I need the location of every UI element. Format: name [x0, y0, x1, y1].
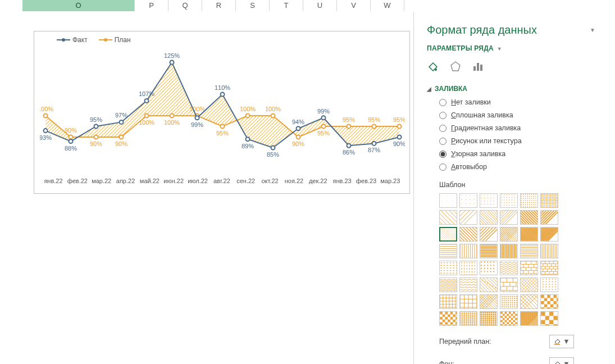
pattern-swatch[interactable]: [439, 261, 457, 275]
pattern-swatch[interactable]: [500, 244, 518, 258]
pattern-swatch[interactable]: [540, 261, 558, 275]
pattern-swatch[interactable]: [459, 210, 477, 225]
foreground-color-button[interactable]: ▼: [549, 335, 574, 348]
pattern-swatch[interactable]: [480, 261, 498, 275]
column-header-W[interactable]: W: [371, 0, 404, 11]
pattern-swatch[interactable]: [459, 311, 477, 326]
pattern-swatch[interactable]: [439, 227, 457, 242]
pattern-swatch[interactable]: [480, 227, 498, 242]
background-color-button[interactable]: ▼: [549, 357, 574, 364]
radio-auto-fill[interactable]: Автовыбор: [439, 163, 595, 171]
pattern-swatch[interactable]: [439, 210, 457, 225]
fill-section-header[interactable]: ◢ ЗАЛИВКА: [427, 85, 595, 93]
chart-object[interactable]: Факт План 100%90%90%90%100%100%100%95%10…: [34, 31, 410, 194]
column-header-V[interactable]: V: [337, 0, 371, 11]
svg-point-166: [533, 200, 534, 201]
pattern-swatch[interactable]: [480, 244, 498, 258]
series-options-icon[interactable]: [472, 60, 484, 72]
svg-rect-897: [455, 322, 457, 325]
svg-point-270: [543, 204, 544, 206]
svg-point-204: [543, 195, 544, 197]
legend-item-plan[interactable]: План: [99, 36, 131, 44]
svg-rect-943: [485, 318, 486, 320]
radio-no-fill[interactable]: Нет заливки: [439, 98, 595, 106]
pane-menu-dropdown-icon[interactable]: ▼: [590, 27, 595, 33]
pattern-swatch[interactable]: [520, 227, 538, 242]
pattern-swatch[interactable]: [459, 294, 477, 309]
svg-line-439: [500, 228, 514, 241]
pattern-swatch[interactable]: [439, 193, 457, 208]
pattern-swatch[interactable]: [439, 294, 457, 309]
effects-icon[interactable]: [449, 60, 462, 72]
legend-item-fact[interactable]: Факт: [57, 36, 88, 44]
pattern-swatch[interactable]: [480, 294, 498, 309]
pattern-swatch[interactable]: [459, 227, 477, 242]
pattern-swatch[interactable]: [500, 277, 518, 292]
column-header-S[interactable]: S: [236, 0, 270, 11]
pattern-swatch[interactable]: [459, 277, 477, 292]
pattern-swatch[interactable]: [480, 311, 498, 326]
svg-rect-841: [510, 306, 511, 307]
svg-point-279: [557, 204, 558, 206]
column-header-T[interactable]: T: [270, 0, 303, 11]
series-options-dropdown[interactable]: ПАРАМЕТРЫ РЯДА ▼: [427, 44, 595, 52]
pattern-swatch[interactable]: [439, 244, 457, 258]
pattern-swatch[interactable]: [540, 311, 558, 326]
svg-point-211: [553, 195, 554, 197]
svg-point-191: [535, 206, 536, 207]
pattern-swatch[interactable]: [480, 210, 498, 225]
pattern-swatch[interactable]: [540, 227, 558, 242]
svg-point-165: [531, 200, 532, 201]
fill-line-icon[interactable]: [427, 60, 439, 72]
pattern-swatch[interactable]: [459, 193, 477, 208]
pattern-swatch[interactable]: [520, 210, 538, 225]
column-header-P[interactable]: P: [135, 0, 168, 11]
pattern-swatch[interactable]: [500, 261, 518, 275]
svg-rect-939: [493, 316, 494, 317]
svg-point-255: [553, 202, 554, 203]
pattern-swatch[interactable]: [439, 277, 457, 292]
svg-rect-802: [512, 296, 513, 297]
column-header-R[interactable]: R: [202, 0, 236, 11]
pattern-swatch[interactable]: [520, 277, 538, 292]
chart-plot[interactable]: 100%90%90%90%100%100%100%95%100%100%90%9…: [40, 46, 405, 175]
radio-pattern-fill[interactable]: Узорная заливка: [439, 150, 595, 158]
radio-picture-fill[interactable]: Рисунок или текстура: [439, 137, 595, 145]
pattern-swatch[interactable]: [540, 294, 558, 309]
svg-marker-61: [451, 62, 460, 71]
pattern-swatch[interactable]: [500, 227, 518, 242]
pattern-swatch[interactable]: [500, 311, 518, 326]
svg-point-738: [555, 284, 556, 285]
svg-point-229: [547, 198, 548, 199]
column-header-U[interactable]: U: [303, 0, 337, 11]
svg-point-32: [69, 139, 73, 143]
pattern-swatch[interactable]: [459, 261, 477, 275]
pattern-swatch[interactable]: [540, 244, 558, 258]
pattern-swatch[interactable]: [540, 277, 558, 292]
svg-point-146: [525, 196, 526, 197]
pattern-swatch[interactable]: [480, 277, 498, 292]
svg-rect-999: [509, 324, 511, 325]
radio-solid-fill[interactable]: Сплошная заливка: [439, 111, 595, 119]
pattern-swatch[interactable]: [459, 244, 477, 258]
pattern-swatch[interactable]: [480, 193, 498, 208]
column-header-Q[interactable]: Q: [168, 0, 202, 11]
svg-rect-898: [443, 325, 445, 325]
pattern-swatch[interactable]: [500, 193, 518, 208]
column-header-O[interactable]: O: [22, 0, 135, 11]
pattern-swatch[interactable]: [520, 311, 538, 326]
radio-gradient-fill[interactable]: Градиентная заливка: [439, 124, 595, 132]
pattern-swatch[interactable]: [520, 193, 538, 208]
svg-rect-809: [510, 298, 511, 299]
pattern-swatch[interactable]: [500, 210, 518, 225]
pattern-swatch[interactable]: [520, 261, 538, 275]
pattern-swatch[interactable]: [540, 210, 558, 225]
pattern-swatch[interactable]: [500, 294, 518, 309]
svg-line-296: [445, 211, 457, 224]
pattern-swatch[interactable]: [520, 244, 538, 258]
svg-rect-799: [505, 296, 507, 297]
svg-rect-870: [557, 298, 558, 302]
pattern-swatch[interactable]: [540, 193, 558, 208]
pattern-swatch[interactable]: [439, 311, 457, 326]
pattern-swatch[interactable]: [520, 294, 538, 309]
